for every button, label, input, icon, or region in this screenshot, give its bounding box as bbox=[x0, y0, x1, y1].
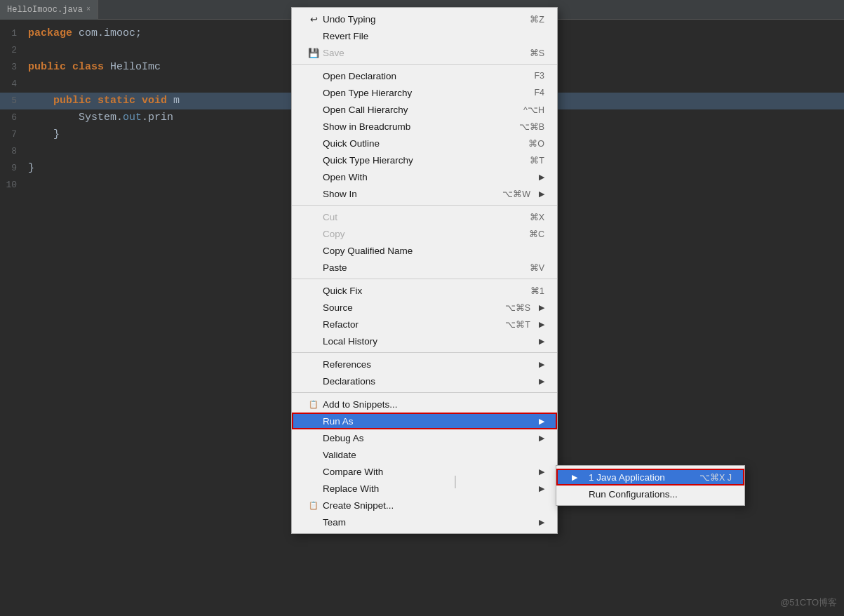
submenu-arrow-icon: ▶ bbox=[539, 303, 544, 312]
menu-item-quick-fix[interactable]: Quick Fix ⌘1 bbox=[292, 282, 557, 299]
tab-label: HelloImooc.java bbox=[7, 5, 83, 15]
menu-item-debug-as[interactable]: Debug As ▶ bbox=[292, 429, 557, 446]
separator-5 bbox=[292, 392, 557, 393]
menu-item-label: Run As bbox=[323, 416, 533, 427]
menu-item-label: Quick Outline bbox=[323, 138, 507, 149]
menu-item-label: Open With bbox=[323, 172, 533, 182]
menu-item-run-as[interactable]: Run As ▶ bbox=[292, 413, 557, 429]
menu-item-label: Copy Qualified Name bbox=[323, 246, 544, 256]
submenu-arrow-icon: ▶ bbox=[539, 337, 544, 346]
menu-item-save[interactable]: 💾 Save ⌘S bbox=[292, 44, 557, 61]
submenu-arrow-icon: ▶ bbox=[539, 189, 544, 199]
menu-item-label: Quick Type Hierarchy bbox=[323, 155, 509, 166]
submenu-item-label: Run Configurations... bbox=[589, 489, 732, 500]
submenu-item-label: 1 Java Application bbox=[589, 472, 699, 483]
submenu-arrow-icon: ▶ bbox=[539, 417, 544, 426]
run-as-submenu: ▶ 1 Java Application ⌥⌘X J Run Configura… bbox=[556, 465, 745, 506]
menu-item-quick-outline[interactable]: Quick Outline ⌘O bbox=[292, 135, 557, 152]
line-number-6: 6 bbox=[0, 109, 28, 126]
menu-item-create-snippet[interactable]: 📋 Create Snippet... bbox=[292, 497, 557, 514]
line-number-4: 4 bbox=[0, 76, 28, 93]
submenu-item-java-app[interactable]: ▶ 1 Java Application ⌥⌘X J bbox=[556, 469, 744, 486]
snippet-icon: 📋 bbox=[307, 400, 320, 409]
menu-item-shortcut: ⌘V bbox=[530, 262, 544, 273]
line-content-6: System.out.prin bbox=[28, 109, 173, 126]
menu-item-quick-type-hierarchy[interactable]: Quick Type Hierarchy ⌘T bbox=[292, 152, 557, 168]
menu-item-open-type-hierarchy[interactable]: Open Type Hierarchy F4 bbox=[292, 84, 557, 101]
menu-item-label: Open Declaration bbox=[323, 71, 513, 81]
menu-item-open-call-hierarchy[interactable]: Open Call Hierarchy ^⌥H bbox=[292, 101, 557, 118]
menu-item-undo-typing[interactable]: ↩ Undo Typing ⌘Z bbox=[292, 11, 557, 27]
menu-item-paste[interactable]: Paste ⌘V bbox=[292, 259, 557, 276]
line-number-8: 8 bbox=[0, 143, 28, 160]
submenu-arrow-icon: ▶ bbox=[539, 518, 544, 527]
undo-icon: ↩ bbox=[307, 14, 320, 25]
submenu-arrow-icon: ▶ bbox=[539, 377, 544, 386]
submenu-arrow-icon: ▶ bbox=[539, 467, 544, 476]
menu-item-label: Validate bbox=[323, 450, 544, 460]
menu-item-declarations[interactable]: Declarations ▶ bbox=[292, 373, 557, 389]
menu-item-label: Show in Breadcrumb bbox=[323, 121, 498, 132]
menu-item-shortcut: ⌥⌘W bbox=[502, 189, 530, 199]
line-content-5: public static void m bbox=[28, 93, 180, 109]
menu-item-add-snippets[interactable]: 📋 Add to Snippets... bbox=[292, 396, 557, 413]
save-icon: 💾 bbox=[307, 48, 320, 58]
menu-item-revert-file[interactable]: Revert File bbox=[292, 27, 557, 44]
tab-close-icon[interactable]: × bbox=[86, 6, 91, 13]
cursor bbox=[455, 476, 456, 488]
menu-item-shortcut: F3 bbox=[534, 71, 544, 81]
menu-item-local-history[interactable]: Local History ▶ bbox=[292, 333, 557, 349]
line-number-3: 3 bbox=[0, 59, 28, 76]
menu-item-label: References bbox=[323, 359, 533, 370]
menu-item-compare-with[interactable]: Compare With ▶ bbox=[292, 463, 557, 480]
menu-item-label: Open Call Hierarchy bbox=[323, 105, 502, 115]
menu-item-show-breadcrumb[interactable]: Show in Breadcrumb ⌥⌘B bbox=[292, 118, 557, 135]
menu-item-label: Source bbox=[323, 302, 484, 313]
submenu-item-shortcut: ⌥⌘X J bbox=[699, 472, 732, 483]
menu-item-refactor[interactable]: Refactor ⌥⌘T ▶ bbox=[292, 316, 557, 333]
menu-item-label: Team bbox=[323, 517, 533, 528]
menu-item-label: Compare With bbox=[323, 467, 533, 477]
menu-item-copy-qualified-name[interactable]: Copy Qualified Name bbox=[292, 242, 557, 259]
menu-item-label: Create Snippet... bbox=[323, 500, 544, 511]
line-number-1: 1 bbox=[0, 25, 28, 42]
submenu-arrow-icon: ▶ bbox=[539, 173, 544, 182]
separator-3 bbox=[292, 279, 557, 279]
watermark: @51CTO博客 bbox=[780, 596, 837, 609]
line-content-1: package com.imooc; bbox=[28, 25, 142, 42]
menu-item-replace-with[interactable]: Replace With ▶ bbox=[292, 480, 557, 497]
menu-item-label: Local History bbox=[323, 336, 533, 347]
menu-item-shortcut: ⌘C bbox=[529, 229, 544, 239]
menu-item-source[interactable]: Source ⌥⌘S ▶ bbox=[292, 299, 557, 316]
menu-item-label: Copy bbox=[323, 229, 508, 239]
menu-item-shortcut: ⌘T bbox=[530, 155, 544, 166]
menu-item-label: Refactor bbox=[323, 319, 484, 330]
menu-item-open-declaration[interactable]: Open Declaration F3 bbox=[292, 67, 557, 84]
menu-item-shortcut: ⌘X bbox=[530, 212, 544, 222]
line-content-9: } bbox=[28, 160, 34, 177]
submenu-arrow-icon: ▶ bbox=[539, 484, 544, 493]
menu-item-shortcut: ⌥⌘S bbox=[505, 302, 530, 313]
line-number-5: 5 ◇ bbox=[0, 93, 28, 109]
menu-item-cut[interactable]: Cut ⌘X bbox=[292, 208, 557, 225]
menu-item-shortcut: ⌘1 bbox=[530, 286, 544, 296]
separator-2 bbox=[292, 205, 557, 206]
submenu-item-run-configs[interactable]: Run Configurations... bbox=[556, 486, 744, 502]
submenu-arrow-icon: ▶ bbox=[539, 360, 544, 369]
line-number-10: 10 bbox=[0, 177, 28, 194]
menu-item-show-in[interactable]: Show In ⌥⌘W ▶ bbox=[292, 185, 557, 202]
menu-item-open-with[interactable]: Open With ▶ bbox=[292, 168, 557, 185]
menu-item-copy[interactable]: Copy ⌘C bbox=[292, 225, 557, 242]
snippet-icon: 📋 bbox=[307, 501, 320, 510]
menu-item-team[interactable]: Team ▶ bbox=[292, 514, 557, 530]
menu-item-references[interactable]: References ▶ bbox=[292, 356, 557, 373]
java-app-icon: ▶ bbox=[572, 473, 584, 482]
line-content-3: public class HelloImc bbox=[28, 59, 161, 76]
line-number-9: 9 bbox=[0, 160, 28, 177]
menu-item-label: Cut bbox=[323, 212, 509, 222]
menu-item-validate[interactable]: Validate bbox=[292, 446, 557, 463]
menu-item-shortcut: ⌘S bbox=[530, 48, 544, 58]
editor-tab[interactable]: HelloImooc.java × bbox=[0, 0, 98, 20]
menu-item-label: Show In bbox=[323, 189, 481, 199]
menu-item-shortcut: ⌥⌘B bbox=[519, 121, 544, 132]
